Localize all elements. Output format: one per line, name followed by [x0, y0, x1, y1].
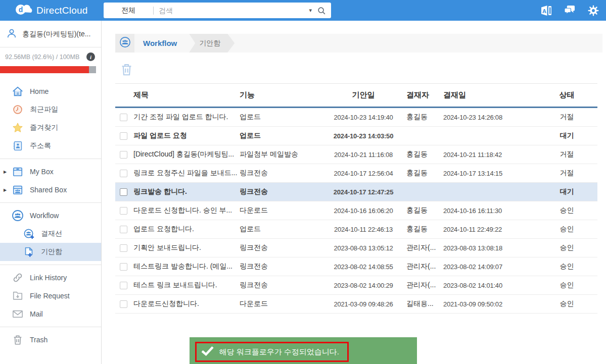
row-checkbox[interactable] [120, 151, 127, 159]
toast-notification: 해당 워크플로우가 수정되었습니다. [190, 337, 417, 364]
col-title[interactable]: 제목 [133, 84, 240, 108]
sidebar-item-recent-files[interactable]: 최근파일 [0, 100, 101, 119]
sidebar-item-home[interactable]: Home [0, 82, 101, 100]
sidebar-item-workflow[interactable]: Workflow [0, 206, 101, 225]
user-profile[interactable]: 홍길동(마케팅팀)(te... [0, 21, 101, 47]
sidebar-item-approval-line[interactable]: 결재선 [0, 225, 101, 243]
sidebar-divider [0, 159, 101, 159]
sidebar-item-favorites[interactable]: 즐겨찾기 [0, 119, 101, 137]
check-icon [201, 346, 214, 358]
cell-draft-date: 2024-10-17 12:47:25 [320, 183, 406, 201]
cell-approval-date [443, 183, 536, 201]
expand-caret-icon[interactable]: ▶ [4, 170, 7, 174]
col-status[interactable]: 상태 [536, 84, 597, 108]
status-badge: 승인 [536, 295, 597, 314]
breadcrumb: Workflow 기안함 [115, 34, 602, 53]
table-row[interactable]: 업로드 요청합니다. 업로드 2024-10-11 22:46:13 홍길동 2… [115, 220, 597, 239]
status-badge: 승인 [536, 257, 597, 276]
table-row[interactable]: 기간 조정 파일 업로드 합니다. 업로드 2024-10-23 14:19:4… [115, 108, 597, 127]
cell-title: 기간 조정 파일 업로드 합니다. [133, 108, 240, 127]
cell-function: 업로드 [240, 127, 320, 145]
sidebar-item-shared-box[interactable]: ▶ Shared Box [0, 181, 101, 199]
status-badge: 대기 [536, 183, 597, 201]
table-row[interactable]: 링크발송 합니다. 링크전송 2024-10-17 12:47:25 대기 [115, 183, 597, 201]
row-checkbox[interactable] [120, 170, 127, 177]
search-icon[interactable] [315, 6, 331, 15]
row-checkbox[interactable] [120, 226, 127, 233]
cell-function: 링크전송 [240, 276, 320, 295]
row-checkbox[interactable] [120, 282, 127, 289]
cell-approver: 관리자(... [406, 276, 443, 295]
sidebar-item-trash[interactable]: Trash [0, 331, 101, 349]
delete-button[interactable] [120, 63, 133, 76]
table-row[interactable]: 기획안 보내드립니다. 링크전송 2023-08-03 13:05:12 관리자… [115, 239, 597, 257]
search-scope-select[interactable]: 전체 [104, 6, 153, 15]
status-badge: 승인 [536, 276, 597, 295]
row-checkbox[interactable] [120, 132, 127, 140]
annotation-highlight-box: 해당 워크플로우가 수정되었습니다. [195, 342, 349, 362]
directcloud-logo[interactable]: d DirectCloud [15, 3, 99, 18]
table-row[interactable]: 다운로드 신청합니다. 승인 부... 다운로드 2024-10-16 16:0… [115, 201, 597, 220]
table-row[interactable]: [DirectCloud] 홍길동(마케팅팀... 파일첨부 메일발송 2024… [115, 145, 597, 164]
expand-caret-icon[interactable]: ▶ [4, 188, 7, 192]
info-icon[interactable]: i [86, 53, 95, 61]
sidebar-item-file-request[interactable]: File Request [0, 287, 101, 305]
cell-approval-date: 2023-08-03 13:08:18 [443, 239, 536, 257]
col-draft-date[interactable]: 기안일 [320, 84, 406, 108]
office-apps-icon[interactable]: A [541, 6, 552, 16]
cell-title: 링크발송 합니다. [133, 183, 240, 201]
cell-approver [406, 127, 443, 145]
cell-draft-date: 2024-10-16 16:06:20 [320, 201, 406, 220]
row-checkbox[interactable] [120, 188, 127, 196]
sidebar-item-link-history[interactable]: Link History [0, 269, 101, 287]
row-checkbox[interactable] [120, 114, 127, 121]
cell-approval-date: 2024-10-17 13:14:15 [443, 164, 536, 183]
cell-function: 다운로드 [240, 295, 320, 314]
table-row[interactable]: 테스트 링크 보내드립니다. 링크전송 2023-08-02 14:00:29 … [115, 276, 597, 295]
sidebar-item-my-box[interactable]: ▶ My Box [0, 163, 101, 181]
status-badge: 승인 [536, 220, 597, 239]
row-checkbox[interactable] [120, 300, 127, 308]
table-row[interactable]: 파일 업로드 요청 업로드 2024-10-23 14:03:50 대기 [115, 127, 597, 145]
cell-title: 파일 업로드 요청 [133, 127, 240, 145]
cell-draft-date: 2023-08-02 14:08:55 [320, 257, 406, 276]
breadcrumb-draft-box[interactable]: 기안함 [189, 34, 235, 53]
table-row[interactable]: 링크로 요청주신 파일을 보내드... 링크전송 2024-10-17 12:5… [115, 164, 597, 183]
table-row[interactable]: 다운로드신청합니다. 다운로드 2021-03-09 09:48:26 길태용.… [115, 295, 597, 314]
cell-function: 링크전송 [240, 183, 320, 201]
status-badge: 거절 [536, 108, 597, 127]
cell-approver: 관리자(... [406, 257, 443, 276]
cell-approval-date: 2024-10-21 11:18:42 [443, 145, 536, 164]
cell-draft-date: 2024-10-23 14:19:40 [320, 108, 406, 127]
clock-icon [11, 105, 24, 115]
table-row[interactable]: 테스트링크 발송합니다. (메일... 링크전송 2023-08-02 14:0… [115, 257, 597, 276]
gear-icon[interactable] [588, 5, 599, 16]
cell-approver: 홍길동 [406, 220, 443, 239]
sidebar-divider [0, 265, 101, 265]
cell-draft-date: 2024-10-11 22:46:13 [320, 220, 406, 239]
col-approval-date[interactable]: 결재일 [443, 84, 536, 108]
cell-approver: 길태용... [406, 295, 443, 314]
star-icon [11, 122, 24, 133]
chat-icon[interactable] [564, 5, 576, 16]
chevron-down-icon[interactable]: ▾ [306, 7, 315, 14]
sidebar-item-draft-box[interactable]: 기안함 [0, 243, 101, 261]
col-function[interactable]: 기능 [240, 84, 320, 108]
row-checkbox[interactable] [120, 207, 127, 215]
sidebar-item-contacts[interactable]: 주소록 [0, 137, 101, 155]
cell-function: 링크전송 [240, 257, 320, 276]
sidebar-item-mail[interactable]: Mail [0, 305, 101, 323]
mail-icon [11, 308, 24, 320]
table-toolbar [120, 63, 602, 78]
cell-approver: 홍길동 [406, 164, 443, 183]
cell-approval-date [443, 127, 536, 145]
cell-function: 파일첨부 메일발송 [240, 145, 320, 164]
row-checkbox[interactable] [120, 263, 127, 271]
search-input[interactable] [154, 7, 306, 15]
breadcrumb-workflow[interactable]: Workflow [143, 39, 177, 47]
row-checkbox[interactable] [120, 244, 127, 252]
col-approver[interactable]: 결재자 [406, 84, 443, 108]
shared-box-icon [11, 184, 24, 195]
global-search: 전체 ▾ [104, 3, 331, 18]
cell-function: 링크전송 [240, 239, 320, 257]
